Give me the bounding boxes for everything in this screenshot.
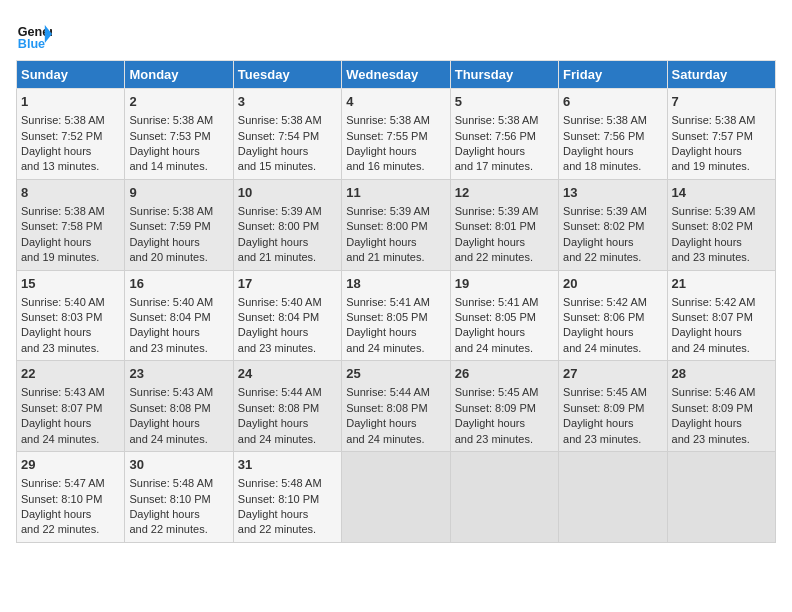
day-info: Sunrise: 5:38 AMSunset: 7:59 PMDaylight … bbox=[129, 205, 213, 263]
day-info: Sunrise: 5:38 AMSunset: 7:56 PMDaylight … bbox=[455, 114, 539, 172]
calendar-cell: 24Sunrise: 5:44 AMSunset: 8:08 PMDayligh… bbox=[233, 361, 341, 452]
day-header-thursday: Thursday bbox=[450, 61, 558, 89]
calendar-cell: 3Sunrise: 5:38 AMSunset: 7:54 PMDaylight… bbox=[233, 89, 341, 180]
day-number: 2 bbox=[129, 93, 228, 111]
calendar-cell: 14Sunrise: 5:39 AMSunset: 8:02 PMDayligh… bbox=[667, 179, 775, 270]
calendar-cell: 8Sunrise: 5:38 AMSunset: 7:58 PMDaylight… bbox=[17, 179, 125, 270]
calendar-table: SundayMondayTuesdayWednesdayThursdayFrid… bbox=[16, 60, 776, 543]
logo: General Blue bbox=[16, 16, 52, 52]
calendar-cell: 13Sunrise: 5:39 AMSunset: 8:02 PMDayligh… bbox=[559, 179, 667, 270]
day-number: 26 bbox=[455, 365, 554, 383]
calendar-cell bbox=[450, 452, 558, 543]
day-number: 14 bbox=[672, 184, 771, 202]
day-number: 8 bbox=[21, 184, 120, 202]
day-number: 17 bbox=[238, 275, 337, 293]
day-info: Sunrise: 5:46 AMSunset: 8:09 PMDaylight … bbox=[672, 386, 756, 444]
calendar-cell: 6Sunrise: 5:38 AMSunset: 7:56 PMDaylight… bbox=[559, 89, 667, 180]
calendar-cell: 9Sunrise: 5:38 AMSunset: 7:59 PMDaylight… bbox=[125, 179, 233, 270]
day-number: 27 bbox=[563, 365, 662, 383]
day-number: 29 bbox=[21, 456, 120, 474]
day-number: 12 bbox=[455, 184, 554, 202]
day-info: Sunrise: 5:43 AMSunset: 8:07 PMDaylight … bbox=[21, 386, 105, 444]
day-header-sunday: Sunday bbox=[17, 61, 125, 89]
header: General Blue bbox=[16, 16, 776, 52]
calendar-cell: 21Sunrise: 5:42 AMSunset: 8:07 PMDayligh… bbox=[667, 270, 775, 361]
day-number: 31 bbox=[238, 456, 337, 474]
day-info: Sunrise: 5:40 AMSunset: 8:04 PMDaylight … bbox=[129, 296, 213, 354]
day-number: 24 bbox=[238, 365, 337, 383]
calendar-cell: 15Sunrise: 5:40 AMSunset: 8:03 PMDayligh… bbox=[17, 270, 125, 361]
day-info: Sunrise: 5:43 AMSunset: 8:08 PMDaylight … bbox=[129, 386, 213, 444]
day-number: 16 bbox=[129, 275, 228, 293]
week-row-2: 15Sunrise: 5:40 AMSunset: 8:03 PMDayligh… bbox=[17, 270, 776, 361]
day-info: Sunrise: 5:38 AMSunset: 7:53 PMDaylight … bbox=[129, 114, 213, 172]
day-header-friday: Friday bbox=[559, 61, 667, 89]
days-header-row: SundayMondayTuesdayWednesdayThursdayFrid… bbox=[17, 61, 776, 89]
calendar-cell: 4Sunrise: 5:38 AMSunset: 7:55 PMDaylight… bbox=[342, 89, 450, 180]
day-info: Sunrise: 5:38 AMSunset: 7:55 PMDaylight … bbox=[346, 114, 430, 172]
calendar-cell: 20Sunrise: 5:42 AMSunset: 8:06 PMDayligh… bbox=[559, 270, 667, 361]
day-header-saturday: Saturday bbox=[667, 61, 775, 89]
day-number: 15 bbox=[21, 275, 120, 293]
day-number: 5 bbox=[455, 93, 554, 111]
day-number: 13 bbox=[563, 184, 662, 202]
day-info: Sunrise: 5:38 AMSunset: 7:52 PMDaylight … bbox=[21, 114, 105, 172]
calendar-cell: 27Sunrise: 5:45 AMSunset: 8:09 PMDayligh… bbox=[559, 361, 667, 452]
day-number: 20 bbox=[563, 275, 662, 293]
calendar-cell bbox=[667, 452, 775, 543]
day-info: Sunrise: 5:48 AMSunset: 8:10 PMDaylight … bbox=[238, 477, 322, 535]
svg-text:Blue: Blue bbox=[18, 37, 45, 51]
day-info: Sunrise: 5:41 AMSunset: 8:05 PMDaylight … bbox=[346, 296, 430, 354]
week-row-3: 22Sunrise: 5:43 AMSunset: 8:07 PMDayligh… bbox=[17, 361, 776, 452]
day-info: Sunrise: 5:45 AMSunset: 8:09 PMDaylight … bbox=[563, 386, 647, 444]
calendar-cell: 22Sunrise: 5:43 AMSunset: 8:07 PMDayligh… bbox=[17, 361, 125, 452]
day-info: Sunrise: 5:41 AMSunset: 8:05 PMDaylight … bbox=[455, 296, 539, 354]
calendar-cell: 28Sunrise: 5:46 AMSunset: 8:09 PMDayligh… bbox=[667, 361, 775, 452]
day-header-tuesday: Tuesday bbox=[233, 61, 341, 89]
calendar-cell bbox=[342, 452, 450, 543]
calendar-cell: 12Sunrise: 5:39 AMSunset: 8:01 PMDayligh… bbox=[450, 179, 558, 270]
calendar-cell: 1Sunrise: 5:38 AMSunset: 7:52 PMDaylight… bbox=[17, 89, 125, 180]
day-info: Sunrise: 5:38 AMSunset: 7:54 PMDaylight … bbox=[238, 114, 322, 172]
day-number: 22 bbox=[21, 365, 120, 383]
calendar-cell: 29Sunrise: 5:47 AMSunset: 8:10 PMDayligh… bbox=[17, 452, 125, 543]
week-row-0: 1Sunrise: 5:38 AMSunset: 7:52 PMDaylight… bbox=[17, 89, 776, 180]
calendar-cell: 31Sunrise: 5:48 AMSunset: 8:10 PMDayligh… bbox=[233, 452, 341, 543]
day-number: 25 bbox=[346, 365, 445, 383]
calendar-cell: 26Sunrise: 5:45 AMSunset: 8:09 PMDayligh… bbox=[450, 361, 558, 452]
calendar-cell bbox=[559, 452, 667, 543]
calendar-cell: 17Sunrise: 5:40 AMSunset: 8:04 PMDayligh… bbox=[233, 270, 341, 361]
day-info: Sunrise: 5:39 AMSunset: 8:00 PMDaylight … bbox=[346, 205, 430, 263]
calendar-cell: 25Sunrise: 5:44 AMSunset: 8:08 PMDayligh… bbox=[342, 361, 450, 452]
day-info: Sunrise: 5:44 AMSunset: 8:08 PMDaylight … bbox=[346, 386, 430, 444]
day-info: Sunrise: 5:39 AMSunset: 8:02 PMDaylight … bbox=[563, 205, 647, 263]
day-info: Sunrise: 5:48 AMSunset: 8:10 PMDaylight … bbox=[129, 477, 213, 535]
day-info: Sunrise: 5:38 AMSunset: 7:56 PMDaylight … bbox=[563, 114, 647, 172]
calendar-cell: 7Sunrise: 5:38 AMSunset: 7:57 PMDaylight… bbox=[667, 89, 775, 180]
day-info: Sunrise: 5:42 AMSunset: 8:06 PMDaylight … bbox=[563, 296, 647, 354]
calendar-cell: 2Sunrise: 5:38 AMSunset: 7:53 PMDaylight… bbox=[125, 89, 233, 180]
calendar-cell: 16Sunrise: 5:40 AMSunset: 8:04 PMDayligh… bbox=[125, 270, 233, 361]
week-row-4: 29Sunrise: 5:47 AMSunset: 8:10 PMDayligh… bbox=[17, 452, 776, 543]
day-info: Sunrise: 5:39 AMSunset: 8:02 PMDaylight … bbox=[672, 205, 756, 263]
day-number: 1 bbox=[21, 93, 120, 111]
calendar-cell: 5Sunrise: 5:38 AMSunset: 7:56 PMDaylight… bbox=[450, 89, 558, 180]
day-info: Sunrise: 5:45 AMSunset: 8:09 PMDaylight … bbox=[455, 386, 539, 444]
day-number: 21 bbox=[672, 275, 771, 293]
day-number: 23 bbox=[129, 365, 228, 383]
day-number: 3 bbox=[238, 93, 337, 111]
day-number: 30 bbox=[129, 456, 228, 474]
calendar-cell: 18Sunrise: 5:41 AMSunset: 8:05 PMDayligh… bbox=[342, 270, 450, 361]
day-number: 18 bbox=[346, 275, 445, 293]
day-number: 28 bbox=[672, 365, 771, 383]
day-number: 9 bbox=[129, 184, 228, 202]
day-info: Sunrise: 5:39 AMSunset: 8:01 PMDaylight … bbox=[455, 205, 539, 263]
calendar-cell: 11Sunrise: 5:39 AMSunset: 8:00 PMDayligh… bbox=[342, 179, 450, 270]
day-number: 7 bbox=[672, 93, 771, 111]
day-number: 11 bbox=[346, 184, 445, 202]
day-info: Sunrise: 5:38 AMSunset: 7:58 PMDaylight … bbox=[21, 205, 105, 263]
calendar-cell: 30Sunrise: 5:48 AMSunset: 8:10 PMDayligh… bbox=[125, 452, 233, 543]
week-row-1: 8Sunrise: 5:38 AMSunset: 7:58 PMDaylight… bbox=[17, 179, 776, 270]
day-info: Sunrise: 5:40 AMSunset: 8:03 PMDaylight … bbox=[21, 296, 105, 354]
day-number: 19 bbox=[455, 275, 554, 293]
